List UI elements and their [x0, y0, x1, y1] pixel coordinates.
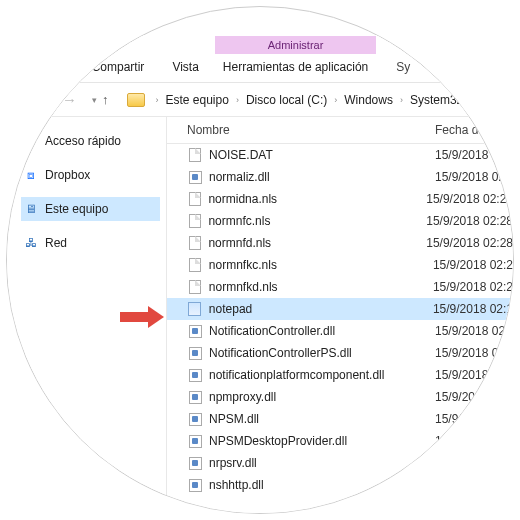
file-date: 15/9/2018	[435, 434, 513, 448]
file-row[interactable]: nshhttp.dll15/9/2	[167, 474, 513, 496]
doc-icon	[187, 279, 203, 295]
file-name: normidna.nls	[208, 192, 426, 206]
ribbon: nicio Compartir Vista Administrar Herram…	[7, 35, 513, 83]
file-list: NOISE.DAT15/9/2018 02:normaliz.dll15/9/2…	[167, 144, 513, 496]
dll-icon	[187, 169, 203, 185]
file-date: 15/9/2018 02:28	[426, 236, 513, 250]
file-name: normnfd.nls	[208, 236, 426, 250]
file-row[interactable]: normnfc.nls15/9/2018 02:28	[167, 210, 513, 232]
column-name[interactable]: Nombre	[187, 123, 435, 137]
network-icon: 🖧	[23, 236, 39, 250]
file-name: npmproxy.dll	[209, 390, 435, 404]
file-date: 15/9/2018 02:	[435, 346, 513, 360]
tab-vista[interactable]: Vista	[158, 54, 212, 82]
sidebar-item-label: Dropbox	[45, 168, 90, 182]
crumb-windows[interactable]: Windows	[342, 93, 395, 107]
file-name: normnfc.nls	[208, 214, 426, 228]
file-pane: Nombre Fecha de m NOISE.DAT15/9/2018 02:…	[167, 117, 513, 513]
file-row[interactable]: normaliz.dll15/9/2018 02:	[167, 166, 513, 188]
file-name: NPSM.dll	[209, 412, 435, 426]
sidebar-item-this-pc[interactable]: 🖥 Este equipo	[21, 197, 160, 221]
dll-icon	[187, 477, 203, 493]
chevron-icon[interactable]: ›	[231, 95, 244, 105]
column-date[interactable]: Fecha de m	[435, 123, 513, 137]
sidebar-item-label: Este equipo	[45, 202, 108, 216]
history-chevron-icon[interactable]: ▾	[87, 95, 102, 105]
context-tab-head: Administrar	[215, 36, 376, 54]
file-name: NotificationController.dll	[209, 324, 435, 338]
file-date: 15/9/2018 0	[435, 390, 513, 404]
file-row[interactable]: normnfkc.nls15/9/2018 02:2	[167, 254, 513, 276]
file-name: NPSMDesktopProvider.dll	[209, 434, 435, 448]
crumb-disco-local[interactable]: Disco local (C:)	[244, 93, 329, 107]
file-name: normaliz.dll	[209, 170, 435, 184]
sidebar-item-network[interactable]: 🖧 Red	[21, 231, 160, 255]
file-row[interactable]: npmproxy.dll15/9/2018 0	[167, 386, 513, 408]
file-date: 15/9/2	[435, 478, 513, 492]
file-row[interactable]: normnfkd.nls15/9/2018 02:2	[167, 276, 513, 298]
dll-icon	[187, 433, 203, 449]
forward-icon[interactable]: →	[62, 91, 77, 108]
file-row[interactable]: NPSMDesktopProvider.dll15/9/2018	[167, 430, 513, 452]
file-row[interactable]: normnfd.nls15/9/2018 02:28	[167, 232, 513, 254]
chevron-icon[interactable]: ›	[151, 95, 164, 105]
dll-icon	[187, 455, 203, 471]
tab-compartir[interactable]: Compartir	[78, 54, 159, 82]
nav-arrows: ← →	[35, 91, 77, 108]
crumb-este-equipo[interactable]: Este equipo	[164, 93, 231, 107]
dll-icon	[187, 367, 203, 383]
file-name: normnfkd.nls	[209, 280, 433, 294]
arrow-head-icon	[148, 306, 164, 328]
dll-icon	[187, 323, 203, 339]
viewport-circle: nicio Compartir Vista Administrar Herram…	[6, 6, 514, 514]
file-date: 15/9/2018 02:28	[426, 192, 513, 206]
sidebar-item-label: Acceso rápido	[45, 134, 121, 148]
file-date: 15/9/2018 0	[435, 412, 513, 426]
file-row[interactable]: notificationplatformcomponent.dll15/9/20…	[167, 364, 513, 386]
file-row[interactable]: notepad15/9/2018 02:1	[167, 298, 513, 320]
file-name: nrpsrv.dll	[209, 456, 435, 470]
file-name: notepad	[209, 302, 433, 316]
sidebar-item-quick-access[interactable]: ★ Acceso rápido	[21, 129, 160, 153]
file-row[interactable]: NotificationController.dll15/9/2018 02:	[167, 320, 513, 342]
doc-icon	[187, 191, 202, 207]
chevron-icon[interactable]: ›	[395, 95, 408, 105]
file-name: NotificationControllerPS.dll	[209, 346, 435, 360]
trailing-text: Sy	[396, 60, 410, 82]
sidebar-item-label: Red	[45, 236, 67, 250]
file-row[interactable]: NPSM.dll15/9/2018 0	[167, 408, 513, 430]
column-headers: Nombre Fecha de m	[167, 117, 513, 144]
file-date: 15/9/2018 02:2	[433, 258, 513, 272]
file-name: notificationplatformcomponent.dll	[209, 368, 435, 382]
context-tab[interactable]: Administrar Herramientas de aplicación	[215, 36, 376, 82]
arrow-callout	[120, 306, 166, 328]
breadcrumb-bar: ← → ▾ ↑ › Este equipo › Disco local (C:)…	[7, 83, 513, 117]
tab-inicio[interactable]: nicio	[25, 54, 78, 82]
doc-icon	[187, 213, 202, 229]
file-date: 15/9/2018 02:	[435, 170, 513, 184]
file-name: nshhttp.dll	[209, 478, 435, 492]
context-tab-sub: Herramientas de aplicación	[215, 54, 376, 82]
pc-icon: 🖥	[23, 202, 39, 216]
file-date: 15/9/2018 02:2	[433, 280, 513, 294]
file-row[interactable]: nrpsrv.dll15/9/201	[167, 452, 513, 474]
file-date: 15/9/2018 02:	[435, 148, 513, 162]
crumb-system32[interactable]: System32	[408, 93, 465, 107]
file-row[interactable]: normidna.nls15/9/2018 02:28	[167, 188, 513, 210]
up-icon[interactable]: ↑	[102, 92, 109, 107]
chevron-icon[interactable]: ›	[329, 95, 342, 105]
file-row[interactable]: NotificationControllerPS.dll15/9/2018 02…	[167, 342, 513, 364]
dll-icon	[187, 389, 203, 405]
file-row[interactable]: NOISE.DAT15/9/2018 02:	[167, 144, 513, 166]
back-icon[interactable]: ←	[35, 91, 50, 108]
sidebar-item-dropbox[interactable]: ⧈ Dropbox	[21, 163, 160, 187]
arrow-shaft	[120, 312, 148, 322]
dll-icon	[187, 411, 203, 427]
doc-icon	[187, 235, 202, 251]
exe-icon	[187, 301, 203, 317]
folder-icon	[127, 93, 145, 107]
file-date: 15/9/2018 02	[435, 368, 513, 382]
file-date: 15/9/2018 02:1	[433, 302, 513, 316]
star-icon: ★	[23, 134, 39, 148]
body: ★ Acceso rápido ⧈ Dropbox 🖥 Este equipo …	[7, 117, 513, 513]
